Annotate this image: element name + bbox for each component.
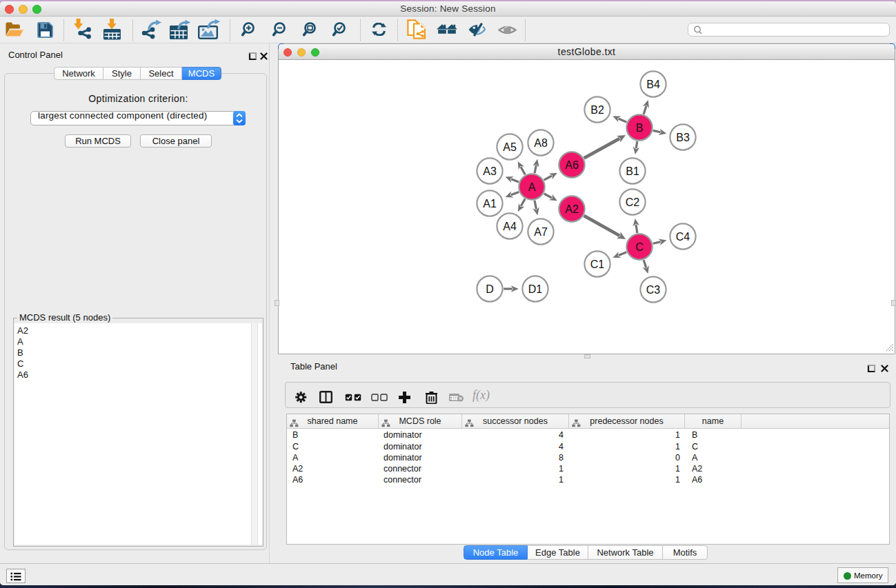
svg-text:A7: A7 [534, 226, 548, 238]
svg-text:B2: B2 [590, 104, 604, 116]
svg-text:A1: A1 [483, 198, 497, 210]
svg-text:D: D [486, 283, 494, 295]
svg-text:B4: B4 [646, 79, 660, 90]
svg-text:B3: B3 [676, 132, 690, 143]
svg-text:C4: C4 [676, 231, 690, 243]
svg-text:A: A [528, 181, 536, 193]
svg-text:B: B [636, 122, 644, 134]
svg-text:A8: A8 [534, 137, 548, 149]
svg-text:C3: C3 [646, 284, 661, 296]
svg-text:C: C [635, 241, 644, 253]
svg-text:A6: A6 [565, 159, 579, 171]
svg-text:A4: A4 [503, 221, 517, 232]
svg-text:A3: A3 [483, 165, 497, 177]
svg-text:A2: A2 [565, 203, 579, 215]
svg-text:C2: C2 [626, 196, 640, 208]
svg-text:D1: D1 [528, 283, 543, 295]
svg-text:C1: C1 [590, 258, 605, 270]
svg-text:B1: B1 [626, 165, 639, 177]
svg-text:A5: A5 [503, 141, 517, 153]
